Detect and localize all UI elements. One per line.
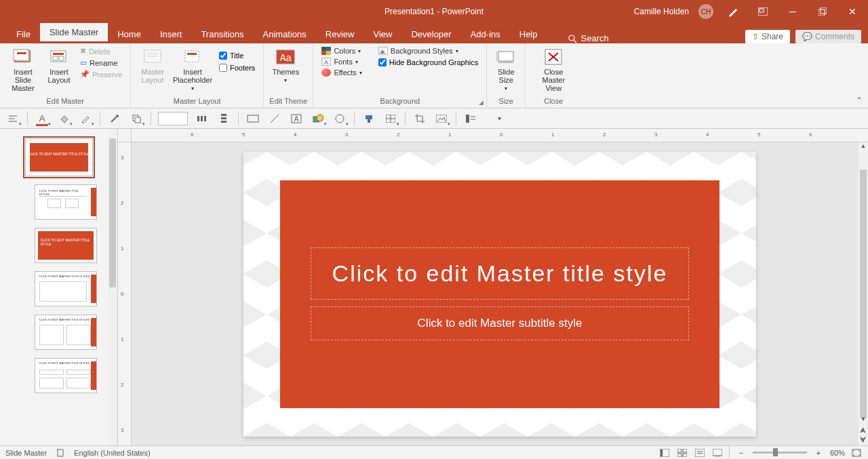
format-painter-button[interactable] (361, 111, 376, 126)
close-master-icon (543, 47, 564, 66)
zoom-out-button[interactable]: − (735, 448, 747, 458)
draw-mode-icon[interactable] (723, 3, 743, 20)
close-master-view-button[interactable]: Close Master View (531, 46, 576, 94)
tab-transitions[interactable]: Transitions (191, 25, 253, 43)
zoom-slider[interactable] (753, 452, 807, 454)
reading-view-button[interactable] (694, 448, 706, 458)
fit-to-window-button[interactable] (850, 448, 863, 458)
scroll-down-icon[interactable]: ▼ (859, 416, 868, 425)
footers-checkbox[interactable]: Footers (216, 62, 258, 73)
svg-rect-23 (326, 51, 331, 55)
colors-button[interactable]: Colors ▾ (319, 46, 364, 56)
effects-button[interactable]: Effects ▾ (319, 68, 364, 77)
tab-developer[interactable]: Developer (401, 25, 460, 43)
insert-slide-master-icon (13, 47, 33, 66)
shape-rectangle-button[interactable] (245, 111, 260, 126)
font-size-combo[interactable] (158, 112, 188, 125)
distribute-h-button[interactable] (195, 111, 210, 126)
tab-file[interactable]: File (7, 25, 40, 43)
zoom-percent[interactable]: 60% (830, 449, 845, 457)
toolbar-overflow-button[interactable]: ▾ (492, 111, 507, 126)
eyedropper-button[interactable] (107, 111, 122, 126)
slide-size-button[interactable]: Slide Size ▾ (492, 46, 519, 93)
svg-point-36 (116, 115, 119, 117)
themes-label: Themes (272, 68, 299, 76)
maximize-button[interactable] (812, 3, 833, 20)
prev-slide-icon[interactable]: ⮝ (859, 426, 868, 436)
master-subtitle-placeholder[interactable]: Click to edit Master subtitle style (311, 306, 688, 340)
ruler-horizontal[interactable]: 6 5 4 3 2 1 0 1 2 3 4 5 6 (132, 129, 868, 142)
tab-slide-master[interactable]: Slide Master (40, 23, 108, 43)
zoom-in-button[interactable]: + (812, 448, 825, 458)
fonts-button[interactable]: A Fonts ▾ (319, 57, 364, 66)
comments-button[interactable]: 💬 Comments (795, 30, 861, 43)
selection-pane-button[interactable] (463, 111, 478, 126)
minimize-button[interactable]: ─ (783, 3, 803, 20)
group-label-background: Background (319, 97, 481, 106)
ruler-vertical[interactable]: 3 2 1 0 1 2 3 (118, 142, 132, 445)
collapse-ribbon-button[interactable]: ⌃ (856, 96, 863, 105)
master-layout-label: Master Layout (139, 68, 166, 84)
insert-placeholder-button[interactable]: Insert Placeholder ▾ (172, 46, 214, 93)
rename-button[interactable]: ▭ Rename (77, 58, 125, 68)
tab-home[interactable]: Home (108, 25, 151, 43)
status-mode[interactable]: Slide Master (5, 449, 47, 457)
fill-color-button[interactable]: ▾ (56, 111, 71, 126)
shapes-button[interactable]: ▾ (311, 111, 326, 126)
outline-color-button[interactable]: ▾ (78, 111, 93, 126)
tab-help[interactable]: Help (510, 25, 547, 43)
thumbnail-master[interactable]: CLICK TO EDIT MASTER TITLE STYLE (25, 138, 93, 176)
background-styles-button[interactable]: Background Styles ▾ (376, 46, 481, 56)
tab-insert[interactable]: Insert (151, 25, 192, 43)
tab-view[interactable]: View (363, 25, 401, 43)
tab-animations[interactable]: Animations (254, 25, 316, 43)
insert-slide-master-button[interactable]: Insert Slide Master (5, 46, 41, 94)
svg-rect-45 (248, 115, 258, 122)
hide-background-checkbox[interactable]: Hide Background Graphics (376, 57, 481, 68)
align-button[interactable]: ▾ (5, 111, 20, 126)
tab-review[interactable]: Review (316, 25, 364, 43)
thumbnail-layout-2[interactable]: CLICK TO EDIT MASTER TITLE STYLE (35, 228, 97, 263)
user-name[interactable]: Camille Holden (634, 7, 689, 16)
slide-canvas[interactable]: Click to edit Master title style Click t… (243, 152, 756, 437)
thumbnail-pane[interactable]: CLICK TO EDIT MASTER TITLE STYLE CLICK T… (0, 129, 118, 445)
rename-icon: ▭ (80, 58, 87, 67)
thumbnail-layout-1[interactable]: CLICK TO EDIT MASTER TITLE STYLES (35, 184, 97, 220)
slide-edit-area[interactable]: Click to edit Master title style Click t… (132, 142, 868, 445)
master-title-placeholder[interactable]: Click to edit Master title style (311, 247, 688, 300)
slide-sorter-button[interactable] (676, 448, 688, 458)
crop-button[interactable] (412, 111, 427, 126)
thumbnail-layout-4[interactable]: CLICK TO EDIT MASTER TITLE STYLES (35, 315, 97, 350)
share-button[interactable]: ⇧ Share (745, 30, 790, 43)
scroll-up-icon[interactable]: ▲ (859, 142, 868, 152)
tab-addins[interactable]: Add-ins (461, 25, 510, 43)
thumbnail-layout-3[interactable]: CLICK TO EDIT MASTER TITLE STYLES (35, 271, 97, 306)
status-language[interactable]: English (United States) (74, 449, 151, 457)
title-checkbox[interactable]: Title (216, 50, 258, 61)
distribute-v-button[interactable] (216, 111, 231, 126)
arrange-button[interactable]: ▾ (129, 111, 144, 126)
thumbnail-scrollbar[interactable] (108, 129, 117, 445)
background-launcher[interactable]: ◢ (477, 98, 485, 106)
font-color-button[interactable]: A▾ (35, 111, 50, 126)
close-button[interactable]: ✕ (842, 3, 863, 20)
user-avatar[interactable]: CH (698, 4, 713, 19)
textbox-button[interactable]: A (289, 111, 304, 126)
shape-line-button[interactable] (267, 111, 282, 126)
table-button[interactable]: ▾ (383, 111, 398, 126)
ruler-corner (118, 129, 132, 142)
effects-button-tb[interactable]: ▾ (332, 111, 347, 126)
display-options-icon[interactable] (753, 3, 773, 20)
thumbnail-layout-5[interactable]: CLICK TO EDIT MASTER TITLE STYLES (35, 358, 97, 393)
svg-rect-41 (204, 116, 206, 121)
next-slide-icon[interactable]: ⮟ (859, 436, 868, 445)
normal-view-button[interactable] (658, 448, 671, 458)
themes-button[interactable]: Aa Themes ▾ (269, 46, 302, 85)
picture-button[interactable]: ▾ (434, 111, 449, 126)
insert-layout-button[interactable]: Insert Layout (43, 46, 75, 85)
slideshow-button[interactable] (711, 448, 724, 458)
group-label-size: Size (492, 97, 519, 106)
comment-icon: 💬 (802, 32, 812, 41)
vertical-scrollbar[interactable]: ▲ ▼ ⮝ ⮟ (859, 142, 868, 445)
tell-me-search[interactable]: Search (547, 33, 609, 43)
